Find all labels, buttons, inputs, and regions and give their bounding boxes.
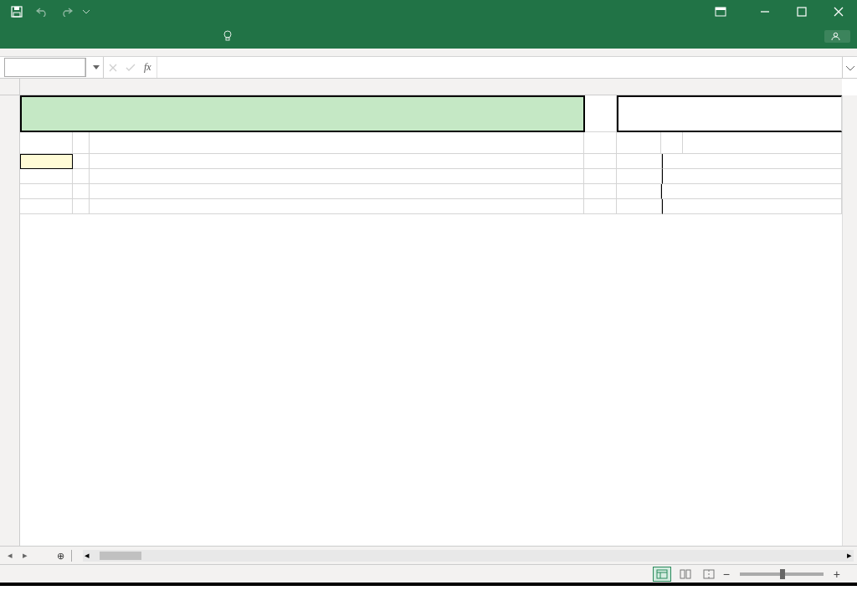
window-controls [708,0,857,23]
cell[interactable] [617,184,662,199]
cell-title-method-spec[interactable] [20,95,585,132]
status-bar: − + [0,564,857,583]
svg-rect-10 [657,570,667,578]
tab-page-layout[interactable] [75,23,99,49]
cell-application-name[interactable] [617,95,842,132]
cell[interactable] [585,95,618,132]
svg-rect-13 [680,570,685,578]
cell[interactable] [90,184,585,199]
tab-data[interactable] [122,23,146,49]
tab-formulas[interactable] [99,23,122,49]
cell[interactable] [584,132,616,154]
ribbon-tabs [0,23,857,49]
share-button[interactable] [824,30,850,43]
cell[interactable] [584,199,616,214]
minimize-button[interactable] [747,0,783,23]
save-button[interactable] [5,2,28,22]
view-normal-button[interactable] [653,567,671,582]
svg-point-9 [834,33,837,36]
title-bar [0,0,857,23]
svg-rect-8 [226,38,229,40]
view-page-break-button[interactable] [700,567,718,582]
zoom-out-button[interactable]: − [723,567,730,581]
zoom-thumb[interactable] [780,569,785,579]
name-box-dropdown[interactable] [89,57,104,78]
zoom-in-button[interactable]: + [834,567,840,581]
spreadsheet-grid[interactable] [0,79,857,546]
cell[interactable] [73,132,89,154]
tab-team[interactable] [192,23,216,49]
cell[interactable] [661,132,682,154]
close-button[interactable] [820,0,857,23]
column-headers[interactable] [20,79,842,95]
cell[interactable] [90,132,585,154]
row-headers[interactable] [0,95,20,546]
add-sheet-button[interactable]: ⊕ [50,547,70,564]
cell[interactable] [90,169,585,184]
horizontal-scrollbar[interactable]: ◂ ▸ [83,550,854,562]
tab-view[interactable] [169,23,192,49]
insert-function-button[interactable]: fx [144,61,151,74]
cell[interactable] [683,132,843,154]
cell[interactable] [20,199,73,214]
tab-home[interactable] [28,23,52,49]
svg-rect-1 [14,7,19,10]
ribbon-options-button[interactable] [708,0,733,23]
quick-access-toolbar [0,2,97,22]
cell[interactable] [90,199,585,214]
sheet-nav-next[interactable]: ▸ [18,550,32,561]
tab-review[interactable] [146,23,169,49]
cell[interactable] [20,184,73,199]
select-all-corner[interactable] [0,79,20,95]
cell-right-r6[interactable] [662,199,842,214]
zoom-slider[interactable] [740,572,824,576]
formula-input[interactable] [157,57,842,78]
cell-right-r4[interactable] [662,169,842,184]
cell-right-r3[interactable] [662,154,842,169]
cells-area[interactable] [20,95,842,546]
cell[interactable] [584,154,616,169]
cell[interactable] [584,169,616,184]
cell[interactable] [617,154,662,169]
cell[interactable] [584,184,616,199]
scroll-right-icon[interactable]: ▸ [847,550,852,561]
cell[interactable] [617,199,662,214]
sheet-nav-more[interactable] [33,550,47,561]
svg-rect-6 [798,8,806,16]
svg-point-7 [224,31,231,38]
cell[interactable] [73,169,89,184]
sheet-tab-bar: ◂ ▸ ⊕ ◂ ▸ [0,546,857,564]
undo-button[interactable] [30,2,54,22]
person-icon [831,32,840,41]
enter-icon[interactable] [126,64,136,72]
tell-me-search[interactable] [223,30,236,42]
vertical-scrollbar[interactable] [842,95,857,546]
qat-customize-icon[interactable] [80,2,92,22]
cell[interactable] [20,132,73,154]
cancel-icon[interactable] [109,64,117,72]
cell[interactable] [73,184,89,199]
name-box[interactable] [5,59,85,76]
cell[interactable] [73,154,89,169]
view-page-layout-button[interactable] [676,567,695,582]
cell-method-list[interactable] [90,154,585,169]
taskbar-edge [0,583,857,586]
sheet-nav-prev[interactable]: ◂ [3,550,17,561]
cell[interactable] [617,132,662,154]
redo-button[interactable] [55,2,79,22]
lightbulb-icon [223,30,233,42]
cell-right-r5[interactable] [661,184,842,199]
cell-name-label[interactable] [20,154,73,169]
expand-formula-bar[interactable] [842,57,857,78]
maximize-button[interactable] [783,0,820,23]
scroll-left-icon[interactable]: ◂ [85,550,90,561]
tab-file[interactable] [5,23,28,49]
svg-rect-14 [686,570,690,578]
svg-rect-2 [13,13,20,17]
cell[interactable] [20,169,73,184]
cell[interactable] [73,199,89,214]
tab-insert[interactable] [52,23,75,49]
ribbon-collapsed-strip [0,49,857,57]
cell[interactable] [617,169,662,184]
scroll-thumb[interactable] [100,552,141,560]
